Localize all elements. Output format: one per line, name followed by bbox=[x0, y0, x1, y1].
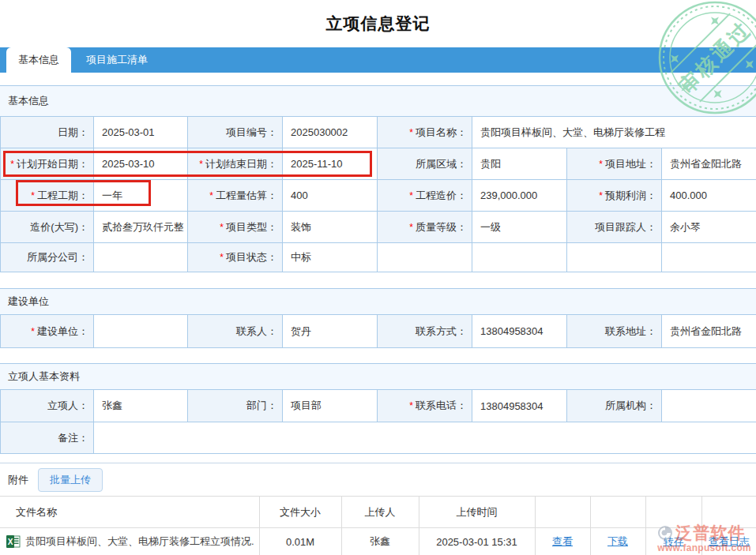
project-name-value[interactable]: 贵阳项目样板间、大堂、电梯厅装修工程 bbox=[472, 117, 756, 148]
project-no-value[interactable]: 2025030002 bbox=[283, 117, 378, 148]
attachment-table: 文件名称 文件大小 上传人 上传时间 bbox=[0, 496, 756, 555]
empty-cell bbox=[472, 243, 567, 272]
excel-file-icon: X bbox=[6, 534, 21, 549]
remarks-value[interactable] bbox=[94, 422, 756, 454]
date-label: 日期： bbox=[1, 117, 94, 148]
project-address-label: *项目地址： bbox=[567, 148, 662, 180]
empty-cell bbox=[567, 243, 662, 272]
action-cell: 查看日志 bbox=[701, 528, 756, 555]
planned-end-date-label: *计划结束日期： bbox=[188, 148, 283, 180]
date-value[interactable]: 2025-03-01 bbox=[94, 117, 188, 148]
project-duration-value[interactable]: 一年 bbox=[94, 180, 188, 212]
form-content: 基本信息 日期： 2025-03-01 项目编号： 2025030002 *项目… bbox=[0, 73, 756, 555]
project-initiation-registration-page: 立项信息登记 基本信息 项目施工清单 基本信息 日期： 2025-03-01 项… bbox=[0, 0, 756, 555]
remarks-label: 备注： bbox=[1, 422, 94, 454]
builder-table: *建设单位： 联系人： 贺丹 联系方式： 13804958304 联系地址： 贵… bbox=[0, 314, 756, 348]
branch-company-value[interactable] bbox=[94, 243, 188, 272]
file-size-header: 文件大小 bbox=[259, 497, 341, 528]
table-row: *工程工期： 一年 *工程量估算： 400 *工程造价： 239,000.000… bbox=[1, 180, 756, 212]
file-name-cell: X 贵阳项目样板间、大堂、电梯厅装修工程立项情况. bbox=[0, 528, 259, 555]
upload-time-cell: 2025-03-01 15:31 bbox=[419, 528, 535, 555]
expected-profit-value[interactable]: 400.000 bbox=[662, 180, 756, 212]
view-log-link[interactable]: 查看日志 bbox=[709, 535, 750, 547]
expected-profit-label: *预期利润： bbox=[567, 180, 662, 212]
uploader-cell: 张鑫 bbox=[341, 528, 419, 555]
tab-bar: 基本信息 项目施工清单 bbox=[0, 47, 756, 73]
attachment-header-row: 文件名称 文件大小 上传人 上传时间 bbox=[0, 497, 756, 528]
phone-value[interactable]: 13804958304 bbox=[472, 390, 567, 422]
table-row: *计划开始日期： 2025-03-10 *计划结束日期： 2025-11-10 … bbox=[1, 148, 756, 180]
contact-person-label: 联系人： bbox=[188, 315, 283, 348]
action-cell: 下载 bbox=[590, 528, 645, 555]
table-row: 所属分公司： *项目状态： 中标 bbox=[1, 243, 756, 272]
project-tracker-label: 项目跟踪人： bbox=[567, 212, 662, 243]
quality-grade-label: *质量等级： bbox=[378, 212, 472, 243]
table-row: 立项人： 张鑫 部门： 项目部 *联系电话： 13804958304 所属机构： bbox=[1, 390, 756, 422]
cost-in-words-value[interactable]: 贰拾叁万玖仟元整 bbox=[94, 212, 188, 243]
attachment-file-row: X 贵阳项目样板间、大堂、电梯厅装修工程立项情况. 0.01M 张鑫 2025-… bbox=[0, 528, 756, 555]
quantity-estimate-value[interactable]: 400 bbox=[283, 180, 378, 212]
builder-unit-value[interactable] bbox=[94, 315, 188, 348]
uploader-header: 上传人 bbox=[341, 497, 419, 528]
project-status-label: *项目状态： bbox=[188, 243, 283, 272]
attachment-label: 附件 bbox=[8, 473, 28, 487]
applicant-label: 立项人： bbox=[1, 390, 94, 422]
action-cell: 查看 bbox=[535, 528, 590, 555]
section-header-applicant: 立项人基本资料 bbox=[0, 363, 756, 389]
department-label: 部门： bbox=[188, 390, 283, 422]
contact-address-label: 联系地址： bbox=[567, 315, 662, 348]
project-status-value[interactable]: 中标 bbox=[283, 243, 378, 272]
organization-label: 所属机构： bbox=[567, 390, 662, 422]
section-header-basic-info: 基本信息 bbox=[0, 85, 756, 116]
view-link[interactable]: 查看 bbox=[552, 535, 573, 547]
project-type-label: *项目类型： bbox=[188, 212, 283, 243]
page-title: 立项信息登记 bbox=[326, 13, 431, 35]
page-header: 立项信息登记 bbox=[0, 0, 756, 47]
section-header-builder: 建设单位 bbox=[0, 288, 756, 314]
planned-end-date-value[interactable]: 2025-11-10 bbox=[283, 148, 378, 180]
table-row: 备注： bbox=[1, 422, 756, 454]
attachment-bar: 附件 批量上传 bbox=[0, 463, 756, 496]
svg-text:X: X bbox=[8, 538, 13, 546]
project-name-label: *项目名称： bbox=[378, 117, 472, 148]
contact-address-value[interactable]: 贵州省金阳北路 bbox=[662, 315, 756, 348]
batch-upload-button[interactable]: 批量上传 bbox=[38, 468, 103, 492]
project-cost-value[interactable]: 239,000.000 bbox=[472, 180, 567, 212]
planned-start-date-value[interactable]: 2025-03-10 bbox=[94, 148, 188, 180]
project-tracker-value[interactable]: 余小琴 bbox=[662, 212, 756, 243]
file-name-text[interactable]: 贵阳项目样板间、大堂、电梯厅装修工程立项情况. bbox=[25, 534, 254, 549]
tab-basic-info[interactable]: 基本信息 bbox=[6, 47, 71, 73]
table-row: 造价(大写)： 贰拾叁万玖仟元整 *项目类型： 装饰 *质量等级： 一级 项目跟… bbox=[1, 212, 756, 243]
actions-header-empty bbox=[590, 497, 645, 528]
quantity-estimate-label: *工程量估算： bbox=[188, 180, 283, 212]
project-type-value[interactable]: 装饰 bbox=[283, 212, 378, 243]
file-size-cell: 0.01M bbox=[259, 528, 341, 555]
project-duration-label: *工程工期： bbox=[1, 180, 94, 212]
contact-person-value[interactable]: 贺丹 bbox=[283, 315, 378, 348]
tab-construction-list[interactable]: 项目施工清单 bbox=[74, 47, 160, 73]
actions-header-empty bbox=[535, 497, 590, 528]
region-value[interactable]: 贵阳 bbox=[472, 148, 567, 180]
empty-cell bbox=[662, 243, 756, 272]
file-name-header: 文件名称 bbox=[0, 497, 259, 528]
table-row: 日期： 2025-03-01 项目编号： 2025030002 *项目名称： 贵… bbox=[1, 117, 756, 148]
department-value[interactable]: 项目部 bbox=[283, 390, 378, 422]
branch-company-label: 所属分公司： bbox=[1, 243, 94, 272]
quality-grade-value[interactable]: 一级 bbox=[472, 212, 567, 243]
download-link[interactable]: 下载 bbox=[607, 535, 628, 547]
transfer-link[interactable]: 转存 bbox=[664, 535, 684, 547]
actions-header-empty bbox=[701, 497, 756, 528]
table-row: *建设单位： 联系人： 贺丹 联系方式： 13804958304 联系地址： 贵… bbox=[1, 315, 756, 348]
contact-method-label: 联系方式： bbox=[378, 315, 472, 348]
empty-cell bbox=[378, 243, 472, 272]
planned-start-date-label: *计划开始日期： bbox=[1, 148, 94, 180]
project-address-value[interactable]: 贵州省金阳北路 bbox=[662, 148, 756, 180]
applicant-value[interactable]: 张鑫 bbox=[94, 390, 188, 422]
phone-label: *联系电话： bbox=[378, 390, 472, 422]
project-no-label: 项目编号： bbox=[188, 117, 283, 148]
basic-info-table: 日期： 2025-03-01 项目编号： 2025030002 *项目名称： 贵… bbox=[0, 116, 756, 272]
builder-unit-label: *建设单位： bbox=[1, 315, 94, 348]
contact-method-value[interactable]: 13804958304 bbox=[472, 315, 567, 348]
organization-value[interactable] bbox=[662, 390, 756, 422]
cost-in-words-label: 造价(大写)： bbox=[1, 212, 94, 243]
